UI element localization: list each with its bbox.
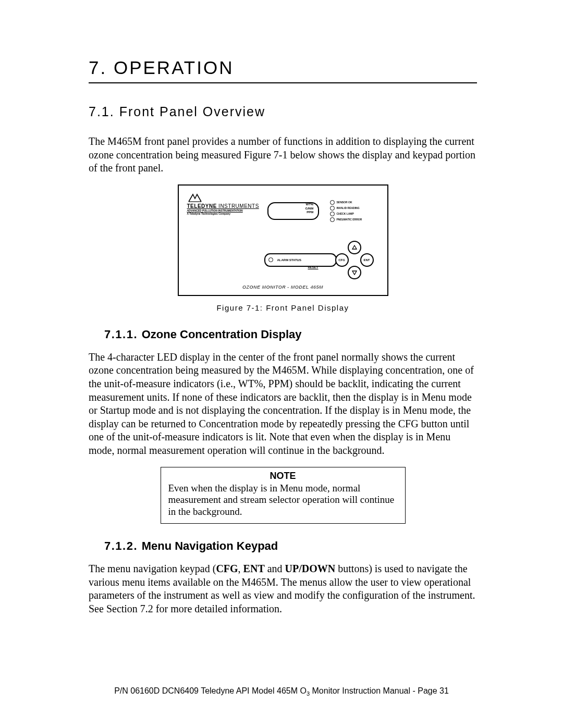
logo-text-1a: TELEDYNE [187, 203, 217, 209]
up-button[interactable] [348, 241, 361, 254]
uom-wt: WT% [305, 203, 314, 207]
front-panel-diagram: TELEDYNE INSTRUMENTS ADVANCED POLLUTION … [178, 184, 388, 296]
kw-updown: UP/DOWN [285, 563, 336, 574]
led-invalid: INVALID READING [337, 207, 360, 209]
down-button[interactable] [348, 266, 361, 279]
figure-7-1: TELEDYNE INSTRUMENTS ADVANCED POLLUTION … [89, 184, 477, 312]
led-icon [330, 200, 335, 205]
kw-cfg: CFG [216, 563, 238, 574]
alarm-status-slot: ALARM STATUS [264, 253, 337, 267]
navigation-keypad: CFG ENT [335, 241, 372, 277]
logo-text-3: A Teledyne Technologies Company [187, 212, 259, 215]
section-7-1-para: The M465M front panel provides a number … [89, 135, 477, 175]
subsection-number: 7.1.1. [104, 328, 138, 341]
triangle-up-icon [352, 245, 357, 250]
led-pneumatic: PNEUMATIC ERROR [337, 218, 362, 221]
teledyne-logo: TELEDYNE INSTRUMENTS ADVANCED POLLUTION … [187, 193, 259, 215]
title-rule [89, 82, 477, 83]
status-led-column: SENSOR OK INVALID READING CHECK LAMP PNE… [330, 200, 362, 223]
manual-page: 7. OPERATION 7.1. Front Panel Overview T… [0, 0, 563, 728]
figure-caption: Figure 7-1: Front Panel Display [216, 303, 349, 312]
chapter-title: 7. OPERATION [89, 57, 477, 78]
note-body: Even when the display is in Menu mode, n… [168, 483, 398, 518]
uom-gnm: G/NM [305, 207, 314, 211]
alarm-status-label: ALARM STATUS [277, 258, 301, 262]
subsection-number: 7.1.2. [104, 539, 138, 552]
section-number: 7.1. [89, 104, 115, 119]
uom-ppm: PPM [305, 211, 314, 215]
subsection-name: Ozone Concentration Display [142, 328, 302, 341]
led-check-lamp: CHECK LAMP [337, 213, 354, 215]
note-box: NOTE Even when the display is in Menu mo… [161, 467, 406, 524]
chapter-name: OPERATION [114, 57, 234, 78]
unit-of-measure-labels: WT% G/NM PPM [305, 203, 314, 215]
logo-text-1b: INSTRUMENTS [217, 203, 259, 209]
chapter-number: 7. [89, 57, 107, 78]
cfg-button[interactable]: CFG [335, 253, 349, 267]
logo-icon [187, 193, 203, 202]
ent-button[interactable]: ENT [360, 253, 374, 267]
page-footer: P/N 06160D DCN6409 Teledyne API Model 46… [0, 686, 563, 697]
section-7-1-1-para: The 4-character LED display in the cente… [89, 351, 477, 458]
alarm-led-icon [268, 257, 273, 262]
reset-label: RESET [308, 266, 319, 269]
panel-model-label: OZONE MONITOR - MODEL 465M [179, 285, 387, 290]
kw-ent: ENT [243, 563, 265, 574]
section-7-1-title: 7.1. Front Panel Overview [89, 104, 477, 119]
led-icon [330, 217, 335, 222]
led-icon [330, 212, 335, 216]
section-name: Front Panel Overview [119, 104, 265, 119]
subsection-name: Menu Navigation Keypad [142, 539, 278, 552]
led-sensor-ok: SENSOR OK [337, 201, 352, 204]
section-7-1-2-para: The menu navigation keypad (CFG, ENT and… [89, 562, 477, 615]
section-7-1-2-title: 7.1.2. Menu Navigation Keypad [104, 539, 477, 553]
note-title: NOTE [168, 471, 398, 482]
triangle-down-icon [352, 270, 357, 275]
led-icon [330, 206, 335, 211]
section-7-1-1-title: 7.1.1. Ozone Concentration Display [104, 328, 477, 341]
